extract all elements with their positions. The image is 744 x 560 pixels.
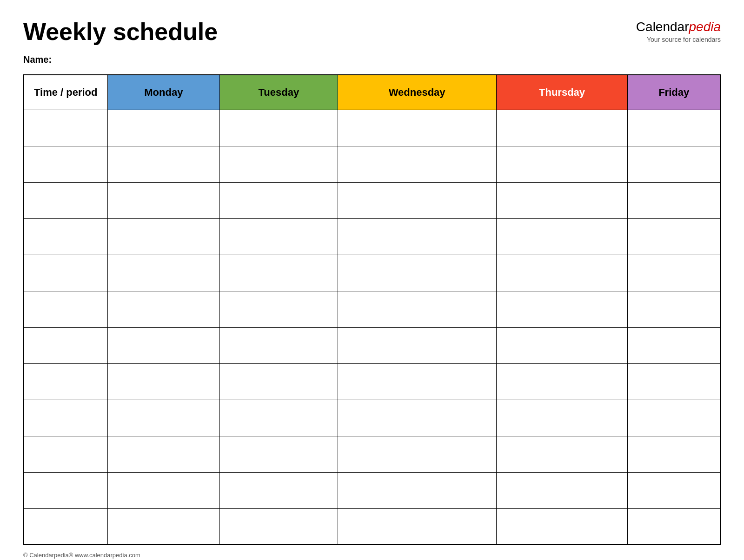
page-header: Weekly schedule Calendarpedia Your sourc… [23, 19, 721, 45]
table-cell[interactable] [628, 182, 720, 218]
table-row [24, 146, 720, 182]
table-cell[interactable] [338, 400, 496, 436]
table-cell[interactable] [220, 436, 338, 472]
table-cell[interactable] [220, 363, 338, 400]
table-cell[interactable] [107, 472, 220, 508]
brand-name: Calendarpedia [636, 19, 721, 35]
table-cell[interactable] [338, 110, 496, 146]
table-cell[interactable] [107, 436, 220, 472]
table-cell[interactable] [338, 182, 496, 218]
table-row [24, 110, 720, 146]
col-header-thursday: Thursday [496, 75, 628, 110]
table-cell[interactable] [496, 327, 628, 363]
table-row [24, 436, 720, 472]
table-cell[interactable] [107, 508, 220, 545]
table-cell[interactable] [496, 291, 628, 327]
table-cell[interactable] [338, 436, 496, 472]
table-row [24, 255, 720, 291]
col-header-tuesday: Tuesday [220, 75, 338, 110]
table-cell[interactable] [107, 110, 220, 146]
table-cell[interactable] [220, 400, 338, 436]
table-row [24, 508, 720, 545]
table-cell[interactable] [628, 291, 720, 327]
table-cell[interactable] [628, 327, 720, 363]
table-cell[interactable] [107, 146, 220, 182]
table-cell[interactable] [628, 146, 720, 182]
col-header-time: Time / period [24, 75, 107, 110]
col-header-friday: Friday [628, 75, 720, 110]
table-cell[interactable] [628, 255, 720, 291]
table-cell[interactable] [496, 255, 628, 291]
table-row [24, 218, 720, 255]
table-cell[interactable] [107, 291, 220, 327]
table-cell[interactable] [496, 400, 628, 436]
table-cell[interactable] [628, 472, 720, 508]
table-row [24, 182, 720, 218]
table-cell[interactable] [24, 472, 107, 508]
table-cell[interactable] [496, 508, 628, 545]
table-cell[interactable] [496, 182, 628, 218]
table-cell[interactable] [338, 255, 496, 291]
table-cell[interactable] [496, 363, 628, 400]
table-cell[interactable] [628, 110, 720, 146]
table-cell[interactable] [628, 508, 720, 545]
table-cell[interactable] [628, 363, 720, 400]
table-cell[interactable] [496, 436, 628, 472]
table-cell[interactable] [220, 327, 338, 363]
table-cell[interactable] [220, 110, 338, 146]
table-cell[interactable] [338, 291, 496, 327]
table-cell[interactable] [220, 218, 338, 255]
table-cell[interactable] [496, 218, 628, 255]
table-cell[interactable] [107, 182, 220, 218]
header-row: Time / period Monday Tuesday Wednesday T… [24, 75, 720, 110]
footer: © Calendarpedia® www.calendarpedia.com [23, 552, 721, 559]
table-cell[interactable] [24, 508, 107, 545]
table-cell[interactable] [220, 182, 338, 218]
table-row [24, 400, 720, 436]
table-cell[interactable] [107, 218, 220, 255]
table-cell[interactable] [24, 110, 107, 146]
brand-pedia: pedia [689, 20, 721, 34]
table-row [24, 472, 720, 508]
table-cell[interactable] [220, 508, 338, 545]
table-cell[interactable] [24, 291, 107, 327]
table-cell[interactable] [24, 146, 107, 182]
col-header-monday: Monday [107, 75, 220, 110]
table-cell[interactable] [338, 508, 496, 545]
table-cell[interactable] [628, 218, 720, 255]
table-cell[interactable] [496, 110, 628, 146]
table-cell[interactable] [338, 327, 496, 363]
brand-logo: Calendarpedia Your source for calendars [636, 19, 721, 44]
table-cell[interactable] [338, 218, 496, 255]
table-cell[interactable] [24, 218, 107, 255]
table-cell[interactable] [107, 363, 220, 400]
table-row [24, 363, 720, 400]
name-label: Name: [23, 54, 721, 65]
table-cell[interactable] [24, 255, 107, 291]
table-cell[interactable] [628, 400, 720, 436]
table-row [24, 327, 720, 363]
table-cell[interactable] [24, 327, 107, 363]
brand-calendar: Calendar [636, 20, 689, 34]
table-cell[interactable] [338, 146, 496, 182]
table-cell[interactable] [220, 291, 338, 327]
table-cell[interactable] [220, 255, 338, 291]
table-cell[interactable] [220, 472, 338, 508]
table-cell[interactable] [496, 146, 628, 182]
table-cell[interactable] [24, 363, 107, 400]
table-cell[interactable] [24, 182, 107, 218]
table-cell[interactable] [496, 472, 628, 508]
table-cell[interactable] [24, 400, 107, 436]
table-cell[interactable] [24, 436, 107, 472]
table-cell[interactable] [338, 363, 496, 400]
table-cell[interactable] [220, 146, 338, 182]
table-cell[interactable] [628, 436, 720, 472]
table-cell[interactable] [107, 327, 220, 363]
schedule-table: Time / period Monday Tuesday Wednesday T… [23, 74, 721, 545]
brand-tagline: Your source for calendars [636, 35, 721, 44]
table-cell[interactable] [107, 400, 220, 436]
col-header-wednesday: Wednesday [338, 75, 496, 110]
table-cell[interactable] [107, 255, 220, 291]
table-cell[interactable] [338, 472, 496, 508]
page-title: Weekly schedule [23, 19, 218, 45]
